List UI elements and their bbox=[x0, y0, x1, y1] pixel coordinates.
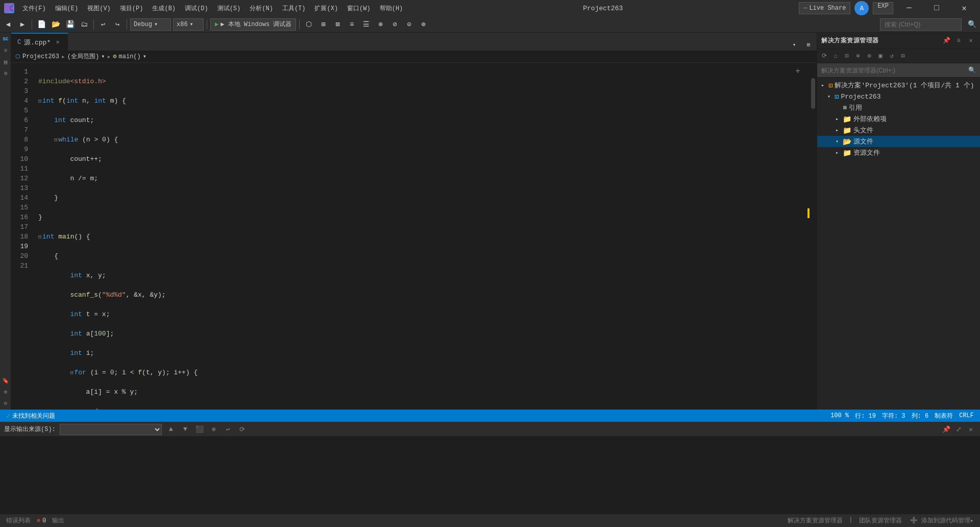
tree-references[interactable]: ▸ ■ 引用 bbox=[817, 102, 980, 113]
menu-window[interactable]: 窗口(W) bbox=[343, 2, 375, 15]
add-line-button[interactable]: + bbox=[793, 67, 802, 76]
menu-build[interactable]: 生成(B) bbox=[148, 2, 180, 15]
toolbar-extra1[interactable]: ⬡ bbox=[303, 18, 315, 31]
tree-resource-files[interactable]: ▸ 📁 资源文件 bbox=[817, 147, 980, 158]
redo-icon[interactable]: ↪ bbox=[111, 18, 124, 31]
status-char[interactable]: 字符: 3 bbox=[880, 410, 908, 422]
panel-pin-icon[interactable]: 📌 bbox=[941, 36, 951, 46]
menu-view[interactable]: 视图(V) bbox=[83, 2, 115, 15]
menu-test[interactable]: 测试(S) bbox=[213, 2, 245, 15]
sol-sync-icon[interactable]: ⟳ bbox=[819, 51, 829, 61]
platform-dropdown[interactable]: x86 ▾ bbox=[173, 18, 204, 31]
search-input[interactable] bbox=[880, 18, 962, 31]
output-up-icon[interactable]: ▲ bbox=[166, 424, 176, 435]
breadcrumb-project[interactable]: ⬡ Project263 bbox=[15, 53, 59, 60]
status-line-ending[interactable]: 制表符 bbox=[933, 410, 955, 422]
toolbar-extra3[interactable]: ⊠ bbox=[331, 18, 344, 31]
menu-help[interactable]: 帮助(H) bbox=[376, 2, 407, 15]
breadcrumb-scope[interactable]: (全局范围) ▾ bbox=[67, 52, 105, 61]
sidebar-icon6[interactable]: ⊕ bbox=[1, 387, 10, 396]
editor-tab-source[interactable]: C 源.cpp* ✕ bbox=[11, 33, 68, 51]
menu-project[interactable]: 项目(P) bbox=[116, 2, 148, 15]
menu-debug[interactable]: 调试(D) bbox=[181, 2, 212, 15]
sidebar-icon7[interactable]: ⊘ bbox=[1, 398, 10, 408]
sidebar-icon2[interactable]: ≡ bbox=[1, 46, 10, 55]
toolbar-extra8[interactable]: ⊙ bbox=[403, 18, 415, 31]
toolbar-forward[interactable]: ▶ bbox=[16, 18, 29, 31]
menu-file[interactable]: 文件(F) bbox=[18, 2, 50, 15]
status-encoding[interactable]: CRLF bbox=[957, 410, 976, 422]
solution-explorer-bottom[interactable]: 解决方案资源管理器 bbox=[786, 516, 845, 525]
open-icon[interactable]: 📂 bbox=[50, 18, 62, 31]
close-button[interactable]: ✕ bbox=[952, 0, 976, 16]
new-project-icon[interactable]: 📄 bbox=[35, 18, 47, 31]
maximize-button[interactable]: □ bbox=[925, 0, 948, 16]
code-content[interactable]: #include<stdio.h> ⊟int f(int n, int m) {… bbox=[34, 63, 817, 410]
output-down-icon[interactable]: ▼ bbox=[180, 424, 190, 435]
sidebar-source-control[interactable]: SC bbox=[1, 35, 10, 44]
toolbar-extra7[interactable]: ⊘ bbox=[388, 18, 401, 31]
sol-add-icon[interactable]: ⊕ bbox=[853, 51, 863, 61]
save-icon[interactable]: 💾 bbox=[64, 18, 76, 31]
sol-props-icon[interactable]: ⚙ bbox=[864, 51, 874, 61]
exp-button[interactable]: EXP bbox=[873, 2, 893, 14]
toolbar-back[interactable]: ◀ bbox=[2, 18, 14, 31]
undo-icon[interactable]: ↩ bbox=[97, 18, 109, 31]
editor-scrollbar[interactable] bbox=[810, 63, 817, 410]
error-list-tab[interactable]: 错误列表 bbox=[4, 516, 33, 525]
tab-close-button[interactable]: ✕ bbox=[54, 38, 62, 46]
panel-close-icon[interactable]: ✕ bbox=[966, 36, 976, 46]
team-explorer-tab[interactable]: 团队资源管理器 bbox=[857, 516, 904, 525]
toolbar-extra5[interactable]: ☰ bbox=[360, 18, 372, 31]
sidebar-icon4[interactable]: ⚙ bbox=[1, 68, 10, 78]
output-stop-icon[interactable]: ⬛ bbox=[194, 424, 205, 435]
live-share-button[interactable]: ↔ Live Share bbox=[799, 2, 850, 14]
tree-external-deps[interactable]: ▸ 📁 外部依赖项 bbox=[817, 113, 980, 125]
output-source-select[interactable] bbox=[60, 424, 162, 435]
tree-source-files[interactable]: ▾ 📂 源文件 bbox=[817, 136, 980, 147]
account-icon[interactable]: A bbox=[854, 1, 869, 15]
toolbar-extra9[interactable]: ⊚ bbox=[417, 18, 429, 31]
add-source-control[interactable]: ➕ 添加到源代码管理▸ bbox=[908, 516, 976, 525]
sol-home-icon[interactable]: ⌂ bbox=[830, 51, 841, 61]
minimize-button[interactable]: ─ bbox=[897, 0, 921, 16]
menu-analyze[interactable]: 分析(N) bbox=[246, 2, 277, 15]
debug-dropdown[interactable]: Debug ▾ bbox=[130, 18, 171, 31]
tab-overflow-icon[interactable]: ▾ bbox=[788, 38, 800, 51]
search-icon[interactable]: 🔍 bbox=[966, 18, 978, 31]
solution-search-input[interactable] bbox=[821, 67, 968, 74]
sol-filter-icon[interactable]: ⊡ bbox=[842, 51, 852, 61]
status-line[interactable]: 行: 19 bbox=[853, 410, 878, 422]
output-clear-icon[interactable]: ⊗ bbox=[209, 424, 219, 435]
menu-tools[interactable]: 工具(T) bbox=[278, 2, 310, 15]
toolbar-extra4[interactable]: ≡ bbox=[346, 18, 358, 31]
toolbar-extra2[interactable]: ⊞ bbox=[317, 18, 329, 31]
panel-menu-icon[interactable]: ≡ bbox=[953, 36, 964, 46]
sol-collapse-icon[interactable]: ⊟ bbox=[898, 51, 908, 61]
tree-project[interactable]: ▾ ⊡ Project263 bbox=[817, 91, 980, 102]
menu-edit[interactable]: 编辑(E) bbox=[51, 2, 83, 15]
sidebar-icon5[interactable]: 🔖 bbox=[1, 376, 10, 385]
sol-refresh-icon[interactable]: ↺ bbox=[887, 51, 897, 61]
sol-preview-icon[interactable]: ▣ bbox=[875, 51, 886, 61]
scrollbar-thumb[interactable] bbox=[811, 78, 815, 109]
toolbar-extra6[interactable]: ⊕ bbox=[374, 18, 386, 31]
output-wrap-icon[interactable]: ↩ bbox=[223, 424, 233, 435]
breadcrumb-function[interactable]: ⚙ main() ▾ bbox=[113, 53, 146, 60]
output-refresh-icon[interactable]: ⟳ bbox=[237, 424, 248, 435]
status-check-item[interactable]: ✓ 未找到相关问题 bbox=[4, 410, 57, 422]
menu-extensions[interactable]: 扩展(X) bbox=[310, 2, 342, 15]
code-editor[interactable]: 1 2 3 4 5 6 7 8 9 10 11 12 13 14 15 16 1… bbox=[11, 63, 817, 410]
tree-header-files[interactable]: ▸ 📁 头文件 bbox=[817, 125, 980, 136]
output-pin-icon[interactable]: 📌 bbox=[941, 424, 951, 435]
tree-solution[interactable]: ▸ ⊡ 解决方案'Project263'(1 个项目/共 1 个) bbox=[817, 80, 980, 91]
status-col[interactable]: 列: 6 bbox=[910, 410, 931, 422]
output-close-icon[interactable]: ✕ bbox=[966, 424, 976, 435]
output-move-icon[interactable]: ⤢ bbox=[953, 424, 964, 435]
output-tab[interactable]: 输出 bbox=[50, 516, 66, 525]
status-zoom[interactable]: 100 % bbox=[828, 410, 851, 422]
tab-split-icon[interactable]: ⊞ bbox=[802, 38, 815, 51]
save-all-icon[interactable]: 🗂 bbox=[78, 18, 90, 31]
run-button[interactable]: ▶ ▶ 本地 Windows 调试器 bbox=[210, 18, 296, 31]
sidebar-icon3[interactable]: ▤ bbox=[1, 57, 10, 66]
